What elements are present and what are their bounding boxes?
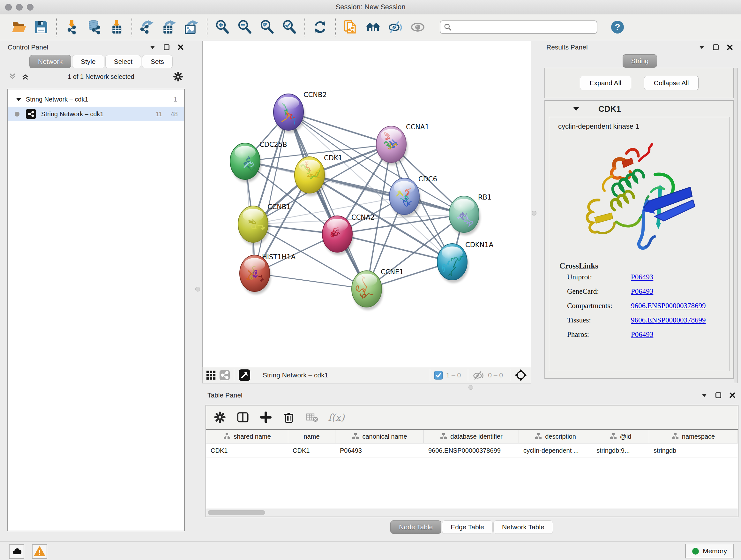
table-cell[interactable]: CDK1 (288, 443, 335, 457)
tab-select[interactable]: Select (105, 55, 141, 68)
panel-close-icon[interactable] (726, 44, 733, 51)
export-image-button[interactable] (182, 17, 202, 37)
network-collection-row[interactable]: String Network – cdk1 1 (8, 92, 184, 107)
network-edges[interactable] (245, 112, 464, 289)
cloud-status-button[interactable] (9, 544, 24, 559)
clone-network-button[interactable] (341, 17, 360, 37)
panel-close-icon[interactable] (177, 44, 184, 51)
delete-column-icon[interactable] (282, 411, 295, 424)
panel-menu-icon[interactable] (698, 44, 705, 51)
crosslink-value-link[interactable]: P06493 (631, 287, 653, 296)
column-header-name[interactable]: name (288, 430, 335, 443)
tab-style[interactable]: Style (72, 55, 105, 68)
import-database-button[interactable] (84, 17, 104, 37)
network-overview-share-icon[interactable] (219, 370, 230, 381)
zoom-in-button[interactable] (212, 17, 232, 37)
hide-selection-button[interactable] (386, 17, 405, 37)
left-splitter-grip[interactable] (195, 287, 200, 292)
gene-section-header[interactable]: CDK1 (545, 101, 733, 117)
table-hscrollbar[interactable] (206, 509, 738, 516)
crosslink-value-link[interactable]: P06493 (631, 330, 653, 339)
panel-close-icon[interactable] (729, 392, 736, 399)
results-panel: Results Panel String Expand All Collapse… (541, 41, 738, 386)
panel-float-icon[interactable] (712, 44, 719, 51)
table-options-gear-icon[interactable] (213, 411, 226, 424)
panel-menu-icon[interactable] (701, 392, 708, 399)
gene-expander-icon[interactable] (573, 107, 579, 111)
memory-button[interactable]: Memory (685, 544, 734, 558)
zoom-selected-button[interactable] (280, 17, 299, 37)
network-node-HIST1H1A[interactable]: HIST1H1A (240, 253, 296, 294)
table-cell[interactable]: 9606.ENSP00000378699 (424, 443, 519, 457)
save-session-button[interactable] (31, 17, 51, 37)
expand-all-button[interactable]: Expand All (580, 76, 631, 90)
zoom-fit-button[interactable] (257, 17, 277, 37)
column-header-shared-name[interactable]: shared name (206, 430, 288, 443)
table-row[interactable]: CDK1CDK1P064939606.ENSP00000378699cyclin… (206, 443, 738, 458)
selected-checkbox-icon[interactable] (434, 371, 443, 380)
detach-view-icon[interactable] (238, 369, 251, 381)
crosslink-value-link[interactable]: 9606.ENSP00000378699 (631, 302, 706, 310)
table-cell[interactable]: cyclin-dependent ... (519, 443, 592, 457)
open-session-button[interactable] (9, 17, 29, 37)
crosslink-label: Compartments: (567, 302, 631, 310)
network-node-CCNA1[interactable]: CCNA1 (376, 123, 429, 165)
network-options-gear-icon[interactable] (173, 71, 184, 82)
table-cell[interactable]: CDK1 (206, 443, 288, 457)
collapse-all-button[interactable]: Collapse All (644, 76, 699, 90)
node-label-CCNB1: CCNB1 (267, 203, 291, 211)
add-column-icon[interactable] (259, 411, 273, 424)
results-panel-title: Results Panel (546, 44, 588, 51)
network-node-CCNB2[interactable]: CCNB2 (273, 91, 327, 133)
export-network-button[interactable] (137, 17, 157, 37)
column-header-database-identifier[interactable]: database identifier (424, 430, 519, 443)
node-table: shared namename canonical name database … (206, 429, 738, 509)
panel-float-icon[interactable] (715, 392, 722, 399)
node-label-CDKN1A: CDKN1A (465, 241, 494, 249)
help-button[interactable]: ? (608, 17, 627, 37)
table-cell[interactable]: stringdb (649, 443, 738, 457)
refresh-layout-button[interactable] (310, 17, 330, 37)
string-network-graph[interactable]: CCNB2 CCNA1 CDC25B CDK1 CDC6 RB1 CCNB1 C… (203, 41, 531, 366)
tab-string[interactable]: String (623, 54, 657, 68)
right-splitter-grip[interactable] (532, 211, 536, 215)
tab-sets[interactable]: Sets (142, 55, 173, 68)
table-cell[interactable]: stringdb:9... (592, 443, 649, 457)
fit-content-crosshair-icon[interactable] (514, 368, 528, 382)
column-header--id[interactable]: @id (592, 430, 649, 443)
network-node-CDC6[interactable]: CDC6 (389, 175, 437, 217)
zoom-out-button[interactable] (235, 17, 255, 37)
show-columns-icon[interactable] (236, 411, 250, 424)
home-networks-button[interactable] (363, 17, 383, 37)
search-input[interactable] (455, 23, 594, 31)
import-network-button[interactable] (62, 17, 82, 37)
network-node-CCNE1[interactable]: CCNE1 (352, 268, 404, 310)
panel-menu-icon[interactable] (149, 44, 156, 51)
network-canvas[interactable]: CCNB2 CCNA1 CDC25B CDK1 CDC6 RB1 CCNB1 C… (202, 41, 531, 367)
table-hscroll-thumb[interactable] (208, 510, 265, 515)
table-cell[interactable]: P06493 (335, 443, 424, 457)
import-table-button[interactable] (107, 17, 126, 37)
crosslink-value-link[interactable]: 9606.ENSP00000378699 (631, 316, 706, 324)
tab-node-table[interactable]: Node Table (390, 520, 441, 534)
search-box[interactable] (440, 20, 597, 34)
column-header-description[interactable]: description (519, 430, 592, 443)
warnings-button[interactable] (32, 544, 47, 559)
network-row[interactable]: String Network – cdk1 11 48 (8, 107, 184, 121)
tab-edge-table[interactable]: Edge Table (442, 520, 493, 534)
network-node-CDKN1A[interactable]: CDKN1A (437, 241, 494, 283)
export-table-button[interactable] (159, 17, 179, 37)
network-node-count: 11 (156, 111, 162, 118)
column-header-canonical-name[interactable]: canonical name (335, 430, 424, 443)
column-header-namespace[interactable]: namespace (649, 430, 738, 443)
network-node-RB1[interactable]: RB1 (449, 193, 491, 235)
tab-network[interactable]: Network (29, 55, 71, 68)
results-scrollbar[interactable] (734, 68, 738, 383)
tab-network-table[interactable]: Network Table (493, 520, 553, 534)
collection-expander-icon[interactable] (16, 98, 21, 102)
panel-float-icon[interactable] (163, 44, 170, 51)
collapse-all-icon[interactable] (8, 72, 17, 81)
birds-eye-view-icon[interactable] (206, 370, 216, 380)
crosslink-value-link[interactable]: P06493 (631, 273, 653, 281)
expand-all-icon[interactable] (21, 72, 29, 81)
